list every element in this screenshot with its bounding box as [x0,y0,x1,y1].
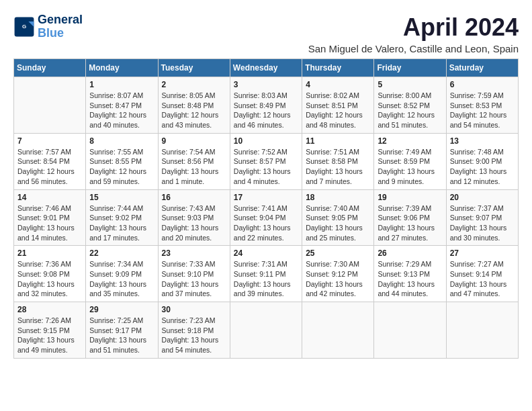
logo-general: General [38,13,83,27]
day-number: 18 [306,193,370,202]
calendar-cell: 18Sunrise: 7:40 AM Sunset: 9:05 PM Dayli… [302,189,374,246]
day-number: 13 [450,136,515,146]
calendar-cell: 22Sunrise: 7:34 AM Sunset: 9:09 PM Dayli… [86,246,158,302]
calendar-cell: 4Sunrise: 8:02 AM Sunset: 8:51 PM Daylig… [302,77,374,134]
calendar-cell: 16Sunrise: 7:43 AM Sunset: 9:03 PM Dayli… [158,189,230,246]
calendar-cell: 13Sunrise: 7:48 AM Sunset: 9:00 PM Dayli… [446,133,518,189]
calendar-cell: 3Sunrise: 8:03 AM Sunset: 8:49 PM Daylig… [230,77,302,134]
day-info: Sunrise: 7:27 AM Sunset: 9:14 PM Dayligh… [450,259,515,299]
day-info: Sunrise: 7:41 AM Sunset: 9:04 PM Dayligh… [234,203,298,243]
svg-text:G: G [22,23,26,29]
calendar-cell [446,302,518,359]
day-number: 7 [17,136,82,146]
calendar-cell [302,302,374,359]
day-info: Sunrise: 8:02 AM Sunset: 8:51 PM Dayligh… [306,91,370,130]
day-info: Sunrise: 7:34 AM Sunset: 9:09 PM Dayligh… [89,259,154,299]
calendar-cell [374,302,446,359]
calendar-cell: 30Sunrise: 7:23 AM Sunset: 9:18 PM Dayli… [158,302,230,359]
day-number: 16 [162,193,226,202]
day-number: 1 [89,80,154,89]
weekday-header-monday: Monday [86,59,158,77]
calendar-cell: 25Sunrise: 7:30 AM Sunset: 9:12 PM Dayli… [302,246,374,302]
calendar-cell: 28Sunrise: 7:26 AM Sunset: 9:15 PM Dayli… [14,302,86,359]
calendar-cell: 12Sunrise: 7:49 AM Sunset: 8:59 PM Dayli… [374,133,446,189]
logo-icon: G [13,16,35,38]
day-number: 17 [234,193,298,202]
calendar-table: SundayMondayTuesdayWednesdayThursdayFrid… [13,58,519,359]
weekday-header-tuesday: Tuesday [158,59,230,77]
day-info: Sunrise: 7:29 AM Sunset: 9:13 PM Dayligh… [378,259,442,299]
calendar-cell: 2Sunrise: 8:05 AM Sunset: 8:48 PM Daylig… [158,77,230,134]
day-info: Sunrise: 8:00 AM Sunset: 8:52 PM Dayligh… [378,91,442,130]
day-number: 12 [378,136,442,146]
day-info: Sunrise: 7:40 AM Sunset: 9:05 PM Dayligh… [306,203,370,243]
day-number: 19 [378,193,442,202]
day-info: Sunrise: 7:48 AM Sunset: 9:00 PM Dayligh… [450,147,515,187]
day-info: Sunrise: 7:37 AM Sunset: 9:07 PM Dayligh… [450,203,515,243]
weekday-header-friday: Friday [374,59,446,77]
day-number: 9 [162,136,226,146]
day-info: Sunrise: 7:55 AM Sunset: 8:55 PM Dayligh… [89,147,154,187]
calendar-cell: 5Sunrise: 8:00 AM Sunset: 8:52 PM Daylig… [374,77,446,134]
day-info: Sunrise: 7:25 AM Sunset: 9:17 PM Dayligh… [89,316,154,355]
day-info: Sunrise: 7:43 AM Sunset: 9:03 PM Dayligh… [162,203,226,243]
calendar-cell: 8Sunrise: 7:55 AM Sunset: 8:55 PM Daylig… [86,133,158,189]
day-info: Sunrise: 7:33 AM Sunset: 9:10 PM Dayligh… [162,259,226,299]
day-number: 23 [162,248,226,258]
calendar-cell: 27Sunrise: 7:27 AM Sunset: 9:14 PM Dayli… [446,246,518,302]
weekday-header-saturday: Saturday [446,59,518,77]
header: G General Blue April 2024 San Miguel de … [13,13,519,54]
calendar-cell: 1Sunrise: 8:07 AM Sunset: 8:47 PM Daylig… [86,77,158,134]
week-row-5: 28Sunrise: 7:26 AM Sunset: 9:15 PM Dayli… [14,302,519,359]
day-number: 11 [306,136,370,146]
day-info: Sunrise: 7:31 AM Sunset: 9:11 PM Dayligh… [234,259,298,299]
logo-text: General Blue [38,13,83,40]
calendar-cell: 26Sunrise: 7:29 AM Sunset: 9:13 PM Dayli… [374,246,446,302]
calendar-cell [230,302,302,359]
day-number: 6 [450,80,515,89]
day-info: Sunrise: 7:23 AM Sunset: 9:18 PM Dayligh… [162,316,226,355]
day-number: 4 [306,80,370,89]
calendar-cell: 14Sunrise: 7:46 AM Sunset: 9:01 PM Dayli… [14,189,86,246]
calendar-cell: 7Sunrise: 7:57 AM Sunset: 8:54 PM Daylig… [14,133,86,189]
day-info: Sunrise: 7:57 AM Sunset: 8:54 PM Dayligh… [17,147,82,187]
day-info: Sunrise: 7:52 AM Sunset: 8:57 PM Dayligh… [234,147,298,187]
day-number: 5 [378,80,442,89]
main-title: April 2024 [308,13,519,42]
day-info: Sunrise: 7:49 AM Sunset: 8:59 PM Dayligh… [378,147,442,187]
day-number: 25 [306,248,370,258]
week-row-4: 21Sunrise: 7:36 AM Sunset: 9:08 PM Dayli… [14,246,519,302]
weekday-header-thursday: Thursday [302,59,374,77]
week-row-2: 7Sunrise: 7:57 AM Sunset: 8:54 PM Daylig… [14,133,519,189]
day-number: 20 [450,193,515,202]
day-info: Sunrise: 8:07 AM Sunset: 8:47 PM Dayligh… [89,91,154,130]
calendar-cell: 21Sunrise: 7:36 AM Sunset: 9:08 PM Dayli… [14,246,86,302]
logo: G General Blue [13,13,83,40]
day-info: Sunrise: 7:59 AM Sunset: 8:53 PM Dayligh… [450,91,515,130]
day-info: Sunrise: 7:44 AM Sunset: 9:02 PM Dayligh… [89,203,154,243]
calendar-cell: 23Sunrise: 7:33 AM Sunset: 9:10 PM Dayli… [158,246,230,302]
weekday-header-wednesday: Wednesday [230,59,302,77]
day-info: Sunrise: 7:46 AM Sunset: 9:01 PM Dayligh… [17,203,82,243]
logo-blue: Blue [38,26,64,40]
calendar-cell: 9Sunrise: 7:54 AM Sunset: 8:56 PM Daylig… [158,133,230,189]
day-number: 2 [162,80,226,89]
day-number: 15 [89,193,154,202]
weekday-header-sunday: Sunday [14,59,86,77]
calendar-cell: 15Sunrise: 7:44 AM Sunset: 9:02 PM Dayli… [86,189,158,246]
day-info: Sunrise: 7:30 AM Sunset: 9:12 PM Dayligh… [306,259,370,299]
calendar-cell: 20Sunrise: 7:37 AM Sunset: 9:07 PM Dayli… [446,189,518,246]
calendar-cell: 29Sunrise: 7:25 AM Sunset: 9:17 PM Dayli… [86,302,158,359]
day-number: 30 [162,305,226,314]
subtitle: San Miguel de Valero, Castille and Leon,… [308,43,519,54]
calendar-cell: 17Sunrise: 7:41 AM Sunset: 9:04 PM Dayli… [230,189,302,246]
day-number: 26 [378,248,442,258]
day-number: 29 [89,305,154,314]
day-number: 10 [234,136,298,146]
day-number: 3 [234,80,298,89]
day-number: 27 [450,248,515,258]
day-number: 22 [89,248,154,258]
day-number: 28 [17,305,82,314]
calendar-cell: 6Sunrise: 7:59 AM Sunset: 8:53 PM Daylig… [446,77,518,134]
day-info: Sunrise: 7:26 AM Sunset: 9:15 PM Dayligh… [17,316,82,355]
